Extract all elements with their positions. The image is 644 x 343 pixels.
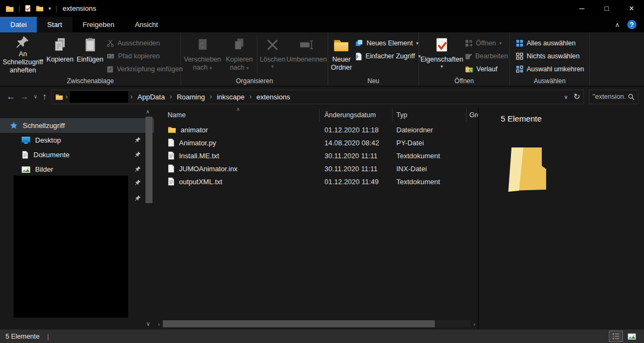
file-row[interactable]: JUMOAnimator.inx 30.11.2020 11:11 INX-Da… [154, 162, 478, 175]
file-row[interactable]: Install.ME.txt 30.11.2020 11:11 Textdoku… [154, 149, 478, 162]
recent-locations-dropdown[interactable]: ∨ [34, 94, 37, 99]
horizontal-scrollbar-track[interactable] [435, 320, 470, 327]
maximize-button[interactable]: □ [594, 0, 619, 17]
sort-ascending-icon: ∧ [236, 106, 240, 112]
sidebar-item-documents[interactable]: Dokumente [0, 147, 154, 162]
refresh-icon[interactable]: ↻ [573, 92, 580, 102]
group-label-open: Öffnen [419, 77, 509, 85]
group-inner-separator [257, 36, 257, 73]
tab-freigeben[interactable]: Freigeben [72, 17, 125, 32]
edit-button[interactable]: Bearbeiten [463, 51, 509, 62]
open-icon [465, 39, 473, 47]
column-separator[interactable] [319, 109, 320, 122]
pushpin-icon [16, 35, 30, 49]
delete-x-icon [265, 38, 280, 52]
group-label-new: Neu [328, 77, 419, 85]
dropdown-icon: ▾ [271, 64, 274, 70]
back-button[interactable]: ← [6, 92, 15, 101]
documents-icon [22, 151, 29, 159]
sidebar-scroll-down-icon[interactable]: ∨ [146, 320, 150, 327]
help-icon[interactable]: ? [627, 20, 636, 29]
paste-shortcut-button[interactable]: Verknüpfung einfügen [105, 64, 184, 75]
history-icon [465, 65, 473, 73]
sidebar-item-pictures[interactable]: Bilder [0, 162, 154, 177]
cut-button[interactable]: Ausschneiden [105, 38, 184, 49]
delete-button[interactable]: Löschen ▾ [258, 34, 287, 75]
up-button[interactable]: ↑ [42, 92, 47, 101]
select-all-button[interactable]: Alles auswählen [514, 38, 586, 49]
horizontal-scrollbar-thumb[interactable] [163, 320, 435, 327]
column-header-name[interactable]: Name [154, 111, 324, 119]
open-button[interactable]: Öffnen ▾ [463, 38, 509, 49]
tab-ansicht[interactable]: Ansicht [124, 17, 168, 32]
invert-selection-button[interactable]: Auswahl umkehren [514, 64, 586, 75]
copy-button[interactable]: Kopieren [45, 34, 75, 75]
properties-button[interactable]: Eigenschaften ▾ [420, 34, 463, 75]
history-button[interactable]: Verlauf [463, 64, 509, 75]
collapse-ribbon-icon[interactable]: ∧ [615, 21, 620, 29]
thumbnail-view-button[interactable] [625, 331, 639, 342]
sidebar-item-desktop[interactable]: Desktop [0, 133, 154, 147]
column-separator[interactable] [392, 109, 393, 122]
properties-icon [24, 5, 31, 12]
qat-new-folder-button[interactable] [36, 5, 44, 12]
status-bar: 5 Elemente | [0, 329, 644, 343]
folder-preview-icon [503, 143, 549, 193]
column-header-size[interactable]: Größe [469, 111, 478, 119]
column-separator[interactable] [466, 109, 467, 122]
sidebar-item-quick-access[interactable]: Schnellzugriff [0, 118, 154, 133]
qat-customize-dropdown[interactable]: ▾ [48, 5, 51, 11]
tab-start[interactable]: Start [37, 17, 72, 32]
dropdown-icon: ▾ [209, 65, 212, 71]
scroll-right-icon[interactable]: › [470, 321, 478, 327]
column-header-type[interactable]: Typ [396, 111, 469, 119]
address-row: ← → ∨ ↑ › › AppData › Roaming › inkscape… [0, 86, 644, 107]
file-row[interactable]: animator 01.12.2020 11:18 Dateiordner [154, 123, 478, 136]
search-input[interactable] [593, 93, 626, 100]
redacted-user-segment [70, 91, 128, 103]
scroll-left-icon[interactable]: ‹ [155, 321, 163, 327]
breadcrumb-segment[interactable]: Roaming [174, 93, 208, 101]
address-bar[interactable]: › › AppData › Roaming › inkscape › exten… [51, 90, 584, 104]
easy-access-button[interactable]: Einfacher Zugriff ▾ [354, 51, 422, 62]
file-row[interactable]: Animator.py 14.08.2020 08:42 PY-Datei [154, 136, 478, 149]
copy-to-button[interactable]: Kopieren nach ▾ [223, 34, 256, 75]
rename-icon [298, 39, 315, 51]
rename-button[interactable]: Umbenennen [287, 34, 327, 75]
selection-count: 5 Elemente [501, 114, 644, 123]
move-to-button[interactable]: Verschieben nach ▾ [182, 34, 223, 75]
invert-selection-icon [516, 65, 523, 73]
details-view-button[interactable] [609, 331, 623, 342]
sidebar-scroll-up-icon[interactable]: ∧ [146, 109, 150, 115]
minimize-button[interactable]: ─ [569, 0, 594, 17]
paste-button[interactable]: Einfügen [75, 34, 105, 75]
qat-properties-button[interactable] [24, 5, 31, 12]
address-folder-icon [55, 93, 63, 100]
forward-button[interactable]: → [20, 92, 29, 101]
ribbon-group-organize: Verschieben nach ▾ Kopieren nach ▾ [181, 32, 328, 86]
horizontal-scrollbar[interactable]: ‹ › [155, 320, 478, 328]
pin-to-quick-access-button[interactable]: An Schnellzugriff anheften [1, 34, 45, 75]
breadcrumb-separator: › [210, 93, 212, 100]
select-none-button[interactable]: Nichts auswählen [514, 51, 586, 62]
breadcrumb-segment[interactable]: inkscape [214, 93, 247, 101]
column-header-date[interactable]: Änderungsdatum [324, 111, 396, 119]
new-folder-button[interactable]: Neuer Ordner [329, 34, 354, 75]
new-item-button[interactable]: Neues Element ▾ [354, 38, 422, 49]
address-dropdown-icon[interactable]: ∨ [564, 94, 568, 100]
tab-datei[interactable]: Datei [0, 17, 37, 32]
pin-icon [135, 166, 141, 172]
close-button[interactable]: × [619, 0, 644, 17]
breadcrumb-segment[interactable]: extensions [254, 93, 293, 101]
new-item-icon [355, 39, 363, 47]
ribbon-group-clipboard: An Schnellzugriff anheften Kopieren [0, 32, 181, 86]
sidebar-scrollbar-thumb[interactable] [145, 117, 152, 203]
breadcrumb-segment[interactable]: AppData [135, 93, 168, 101]
dropdown-icon: ▾ [499, 41, 502, 46]
copy-path-button[interactable]: Pfad kopieren [105, 51, 184, 62]
search-icon [628, 93, 635, 100]
search-box[interactable] [589, 90, 639, 104]
file-icon [168, 164, 175, 173]
file-row[interactable]: outputXML.txt 01.12.2020 11:49 Textdokum… [154, 175, 478, 188]
select-none-icon [516, 52, 523, 60]
